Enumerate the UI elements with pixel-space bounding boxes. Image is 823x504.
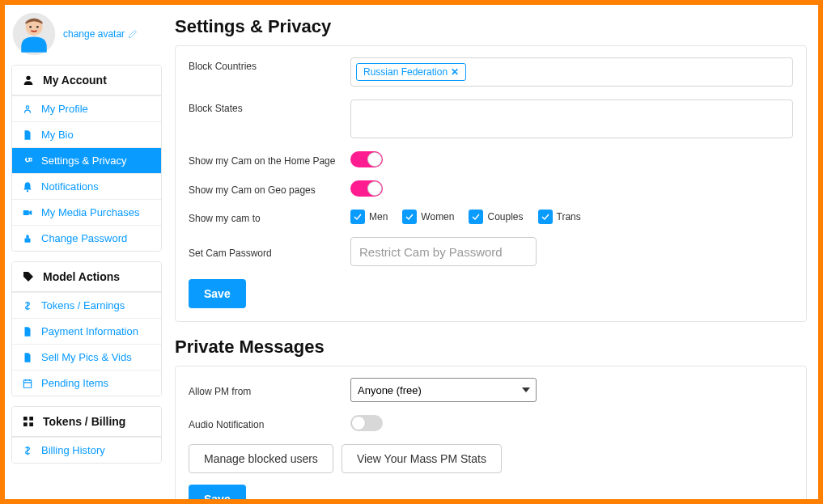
settings-privacy-title: Settings & Privacy — [175, 16, 807, 37]
sidebar-item-label: Settings & Privacy — [41, 155, 127, 167]
audio-notification-toggle[interactable] — [350, 415, 383, 431]
pm-save-button[interactable]: Save — [189, 485, 246, 499]
country-tag: Russian Federation ✕ — [356, 63, 466, 81]
sidebar-item-tokens-earnings[interactable]: Tokens / Earnings — [12, 292, 161, 318]
remove-tag-button[interactable]: ✕ — [451, 66, 459, 78]
show-cam-to-label: Show my cam to — [189, 210, 350, 224]
svg-rect-17 — [29, 422, 33, 426]
sidebar: change avatar My Account My Profile My B… — [5, 5, 167, 499]
block-countries-input[interactable]: Russian Federation ✕ — [350, 57, 793, 87]
document-icon — [22, 326, 33, 337]
nav-group-billing: Tokens / Billing Billing History — [11, 406, 162, 464]
svg-point-9 — [25, 273, 27, 275]
svg-rect-10 — [23, 379, 31, 387]
sidebar-item-billing-history[interactable]: Billing History — [12, 437, 161, 463]
sidebar-item-pending-items[interactable]: Pending Items — [12, 370, 161, 396]
svg-rect-7 — [23, 210, 29, 215]
svg-point-6 — [27, 190, 28, 192]
avatar-image — [11, 11, 57, 57]
pencil-icon — [128, 29, 138, 39]
sidebar-item-sell-pics-vids[interactable]: Sell My Pics & Vids — [12, 344, 161, 370]
show-home-label: Show my Cam on the Home Page — [189, 152, 350, 167]
set-cam-password-label: Set Cam Password — [189, 244, 350, 259]
document-icon — [22, 352, 33, 363]
dollar-icon — [22, 300, 33, 311]
nav-header-model: Model Actions — [12, 262, 161, 292]
nav-header-billing: Tokens / Billing — [12, 407, 161, 437]
svg-rect-8 — [25, 238, 31, 242]
nav-group-account: My Account My Profile My Bio Settings & … — [11, 65, 162, 252]
sidebar-item-label: My Media Purchases — [41, 206, 139, 218]
cam-password-input[interactable] — [350, 237, 537, 266]
allow-pm-from-label: Allow PM from — [189, 383, 350, 397]
sidebar-item-my-bio[interactable]: My Bio — [12, 121, 161, 147]
nav-group-model: Model Actions Tokens / Earnings Payment … — [11, 261, 162, 396]
tag-label: Russian Federation — [363, 66, 448, 78]
audio-notification-label: Audio Notification — [189, 416, 350, 430]
sidebar-item-label: Change Password — [41, 232, 127, 244]
user-circle-icon — [22, 104, 33, 115]
nav-group-title: Model Actions — [43, 270, 120, 283]
svg-rect-14 — [23, 417, 28, 421]
nav-group-title: Tokens / Billing — [43, 415, 125, 428]
svg-point-5 — [26, 105, 29, 108]
svg-point-3 — [36, 26, 39, 28]
show-geo-label: Show my Cam on Geo pages — [189, 181, 350, 196]
settings-panel: Block Countries Russian Federation ✕ Blo… — [175, 45, 807, 322]
checkbox-couples[interactable]: Couples — [469, 210, 523, 224]
pm-panel: Allow PM from Anyone (free) Audio Notifi… — [175, 366, 807, 499]
sidebar-item-label: Notifications — [41, 180, 99, 193]
document-icon — [22, 129, 33, 141]
sidebar-item-label: Sell My Pics & Vids — [41, 351, 132, 363]
change-avatar-label: change avatar — [63, 28, 125, 40]
sidebar-item-label: Billing History — [41, 444, 105, 456]
show-home-toggle[interactable] — [350, 151, 383, 167]
allow-pm-from-select[interactable]: Anyone (free) — [350, 378, 537, 402]
sidebar-item-change-password[interactable]: Change Password — [12, 225, 161, 251]
sidebar-item-label: Pending Items — [41, 377, 108, 389]
save-button[interactable]: Save — [189, 279, 246, 308]
dollar-icon — [22, 445, 33, 456]
svg-point-4 — [26, 76, 30, 80]
change-avatar-link[interactable]: change avatar — [63, 28, 138, 40]
block-countries-label: Block Countries — [189, 57, 350, 72]
sidebar-item-notifications[interactable]: Notifications — [12, 173, 161, 199]
show-geo-toggle[interactable] — [350, 180, 383, 197]
checkbox-trans[interactable]: Trans — [538, 210, 581, 224]
manage-blocked-button[interactable]: Manage blocked users — [189, 444, 333, 473]
private-messages-title: Private Messages — [175, 337, 807, 358]
sidebar-item-label: Payment Information — [41, 325, 138, 337]
block-states-input[interactable] — [350, 100, 793, 138]
camera-icon — [22, 207, 33, 218]
lock-icon — [22, 233, 33, 244]
svg-rect-15 — [29, 417, 33, 421]
nav-header-account: My Account — [12, 66, 161, 95]
svg-rect-16 — [23, 422, 28, 426]
tag-icon — [22, 270, 35, 283]
sidebar-item-label: My Profile — [41, 103, 88, 115]
sidebar-item-settings-privacy[interactable]: Settings & Privacy — [12, 147, 161, 173]
checkbox-men[interactable]: Men — [350, 210, 388, 224]
calendar-icon — [22, 378, 33, 389]
sidebar-item-my-profile[interactable]: My Profile — [12, 95, 161, 121]
grid-icon — [22, 415, 35, 428]
nav-group-title: My Account — [43, 74, 107, 87]
bell-icon — [22, 181, 33, 193]
wrench-icon — [22, 155, 33, 167]
sidebar-item-media-purchases[interactable]: My Media Purchases — [12, 199, 161, 225]
avatar-block: change avatar — [11, 11, 162, 57]
main-content: Settings & Privacy Block Countries Russi… — [167, 5, 818, 499]
sidebar-item-label: My Bio — [41, 129, 74, 141]
svg-point-2 — [29, 26, 32, 28]
block-states-label: Block States — [189, 100, 350, 114]
mass-pm-stats-button[interactable]: View Your Mass PM Stats — [342, 444, 502, 473]
sidebar-item-payment-info[interactable]: Payment Information — [12, 318, 161, 344]
sidebar-item-label: Tokens / Earnings — [41, 299, 125, 311]
checkbox-women[interactable]: Women — [402, 210, 454, 224]
user-icon — [22, 74, 35, 87]
